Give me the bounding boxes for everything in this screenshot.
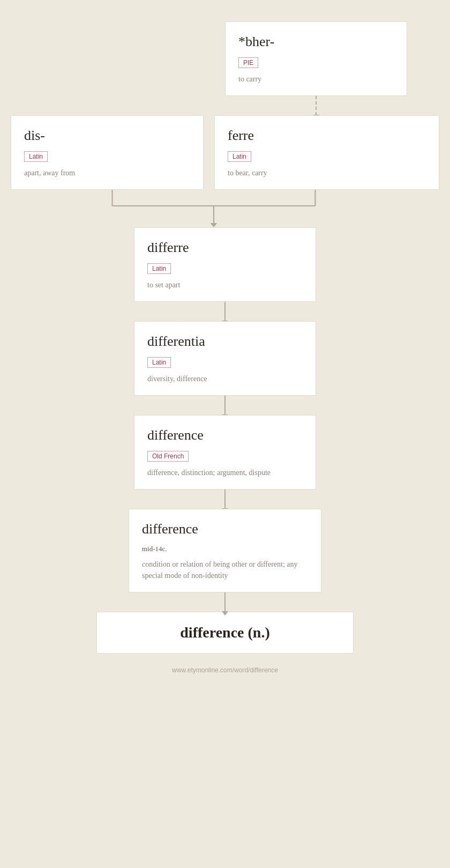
svg-marker-4 (211, 223, 218, 227)
difference-en-definition: condition or relation of being other or … (142, 559, 308, 581)
arrow-differre-differentia (224, 302, 226, 321)
difference-en-wrap: difference mid-14c. condition or relatio… (11, 509, 439, 592)
final-card-wrap: difference (n.) (11, 612, 439, 654)
differre-definition: to set apart (147, 279, 303, 291)
bher-title: *bher- (238, 34, 394, 50)
top-section: *bher- PIE to carry (11, 21, 439, 96)
differentia-wrap: differentia Latin diversity, difference (11, 321, 439, 396)
ferre-title: ferre (228, 128, 426, 144)
differre-wrap: differre Latin to set apart (11, 227, 439, 302)
dashed-arrow-bher (316, 96, 317, 115)
dis-title: dis- (24, 128, 190, 144)
footer-url: www.etymonline.com/word/difference (172, 666, 278, 674)
differentia-language-badge: Latin (147, 357, 171, 368)
dis-card: dis- Latin apart, away from (11, 115, 204, 190)
two-col-section: dis- Latin apart, away from ferre Latin … (11, 115, 439, 190)
differentia-definition: diversity, difference (147, 373, 303, 384)
arrow-en-final (224, 592, 226, 612)
difference-of-definition: difference, distinction; argument, dispu… (147, 467, 303, 478)
ferre-definition: to bear, carry (228, 167, 426, 179)
ferre-card: ferre Latin to bear, carry (214, 115, 439, 190)
merge-connector (11, 190, 439, 227)
dis-language-badge: Latin (24, 151, 48, 162)
bher-language-badge: PIE (238, 57, 258, 68)
difference-of-title: difference (147, 427, 303, 443)
differre-card: differre Latin to set apart (134, 227, 316, 302)
arrow-differentia-difference-of (224, 396, 226, 415)
difference-of-wrap: difference Old French difference, distin… (11, 415, 439, 489)
final-card: difference (n.) (96, 612, 354, 654)
difference-of-card: difference Old French difference, distin… (134, 415, 316, 489)
arrow-difference-of-en (224, 489, 226, 509)
difference-en-card: difference mid-14c. condition or relatio… (129, 509, 321, 592)
ferre-language-badge: Latin (228, 151, 251, 162)
differentia-card: differentia Latin diversity, difference (134, 321, 316, 396)
difference-en-date: mid-14c. (142, 545, 308, 553)
bher-card: *bher- PIE to carry (225, 21, 407, 96)
page-container: *bher- PIE to carry dis- Latin apart, aw… (0, 0, 450, 868)
difference-of-language-badge: Old French (147, 451, 189, 462)
final-title: difference (n.) (110, 624, 340, 641)
bher-definition: to carry (238, 73, 394, 85)
differre-language-badge: Latin (147, 263, 171, 274)
differre-title: differre (147, 240, 303, 256)
dis-definition: apart, away from (24, 167, 190, 179)
difference-en-title: difference (142, 521, 308, 537)
differentia-title: differentia (147, 333, 303, 350)
